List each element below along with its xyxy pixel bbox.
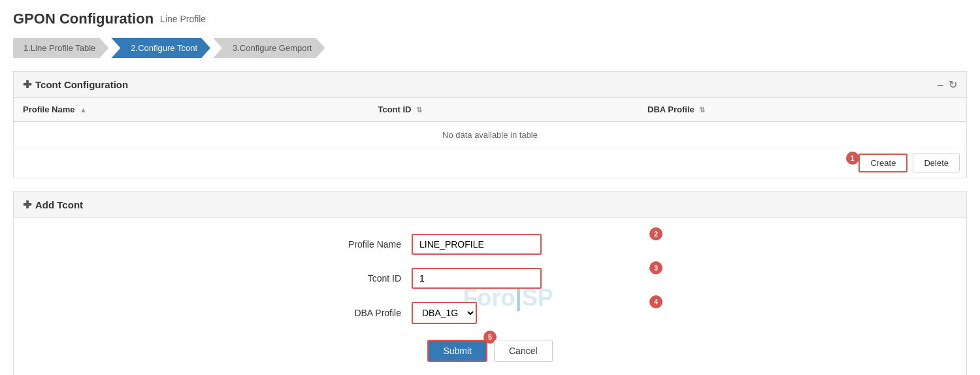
dba-profile-select[interactable]: DBA_1G bbox=[412, 302, 477, 324]
col-profile-name[interactable]: Profile Name ▲ bbox=[14, 98, 368, 122]
profile-name-row: Profile Name 2 bbox=[327, 234, 653, 255]
tcont-id-wrapper: 3 bbox=[412, 268, 653, 289]
tcont-id-input[interactable] bbox=[412, 268, 542, 289]
sort-icon-tcont: ⇅ bbox=[416, 106, 422, 114]
add-tcont-title: Add Tcont bbox=[35, 199, 83, 210]
table-row: No data available in table bbox=[14, 122, 966, 148]
tcont-id-row: Tcont ID 3 bbox=[327, 268, 653, 289]
col-tcont-id-label: Tcont ID bbox=[378, 105, 411, 114]
dba-profile-row: DBA Profile 4 DBA_1G bbox=[327, 302, 653, 324]
profile-name-label: Profile Name bbox=[327, 239, 412, 250]
minimize-button[interactable]: – bbox=[938, 79, 943, 91]
tcont-panel-header: ✚ Tcont Configuration – ↻ bbox=[14, 72, 966, 98]
step-2-label: 2.Configure Tcont bbox=[131, 43, 197, 53]
add-tcont-panel: ✚ Add Tcont Foro|SP Profile Name 2 Tcont… bbox=[13, 191, 967, 375]
table-header-row: Profile Name ▲ Tcont ID ⇅ DBA Profile ⇅ bbox=[14, 98, 966, 122]
form-actions: Submit Cancel bbox=[427, 340, 552, 362]
tcont-id-badge: 3 bbox=[649, 261, 662, 274]
tcont-table: Profile Name ▲ Tcont ID ⇅ DBA Profile ⇅ bbox=[14, 98, 966, 148]
dba-profile-badge: 4 bbox=[649, 295, 662, 308]
col-tcont-id[interactable]: Tcont ID ⇅ bbox=[368, 98, 638, 122]
page-title: GPON Configuration bbox=[13, 10, 154, 27]
delete-button[interactable]: Delete bbox=[913, 154, 960, 172]
table-container: Profile Name ▲ Tcont ID ⇅ DBA Profile ⇅ bbox=[14, 98, 966, 148]
dba-profile-wrapper: 4 DBA_1G bbox=[412, 302, 653, 324]
step-1[interactable]: 1.Line Profile Table bbox=[13, 38, 108, 58]
page-wrapper: GPON Configuration Line Profile 1.Line P… bbox=[0, 0, 980, 375]
submit-button[interactable]: Submit bbox=[427, 340, 487, 362]
create-badge: 1 bbox=[846, 152, 859, 165]
puzzle-icon-2: ✚ bbox=[23, 199, 31, 211]
page-header: GPON Configuration Line Profile bbox=[13, 10, 967, 27]
tcont-config-panel: ✚ Tcont Configuration – ↻ Profile Name ▲ bbox=[13, 71, 967, 178]
puzzle-icon: ✚ bbox=[23, 78, 31, 91]
profile-name-badge: 2 bbox=[649, 227, 662, 240]
page-subtitle: Line Profile bbox=[160, 14, 206, 24]
tcont-panel-title-text: Tcont Configuration bbox=[35, 79, 128, 90]
profile-name-input[interactable] bbox=[412, 234, 542, 255]
create-button[interactable]: Create bbox=[858, 154, 907, 172]
tcont-panel-title: ✚ Tcont Configuration bbox=[23, 78, 128, 91]
step-2[interactable]: 2.Configure Tcont bbox=[111, 38, 210, 58]
step-3[interactable]: 3.Configure Gemport bbox=[213, 38, 325, 58]
create-badge-wrapper: 1 Create bbox=[843, 154, 908, 172]
refresh-button[interactable]: ↻ bbox=[949, 78, 957, 91]
sort-icon-dba: ⇅ bbox=[699, 106, 705, 114]
form-actions-wrapper: 5 Submit Cancel bbox=[427, 337, 552, 362]
cancel-button[interactable]: Cancel bbox=[494, 340, 553, 362]
steps-bar: 1.Line Profile Table 2.Configure Tcont 3… bbox=[13, 38, 967, 58]
col-dba-profile-label: DBA Profile bbox=[647, 105, 694, 114]
step-3-label: 3.Configure Gemport bbox=[233, 43, 312, 53]
panel-controls: – ↻ bbox=[938, 78, 957, 91]
col-profile-name-label: Profile Name bbox=[23, 105, 74, 114]
col-dba-profile[interactable]: DBA Profile ⇅ bbox=[638, 98, 966, 122]
sort-icon-profile: ▲ bbox=[80, 106, 87, 114]
form-section: Foro|SP Profile Name 2 Tcont ID 3 DBA P bbox=[14, 218, 966, 375]
empty-message: No data available in table bbox=[14, 122, 966, 148]
dba-profile-label: DBA Profile bbox=[327, 308, 412, 318]
step-1-label: 1.Line Profile Table bbox=[24, 43, 95, 53]
table-action-bar: 1 Create Delete bbox=[14, 148, 966, 178]
tcont-id-label: Tcont ID bbox=[327, 273, 412, 284]
profile-name-wrapper: 2 bbox=[412, 234, 653, 255]
add-tcont-header: ✚ Add Tcont bbox=[14, 192, 966, 218]
